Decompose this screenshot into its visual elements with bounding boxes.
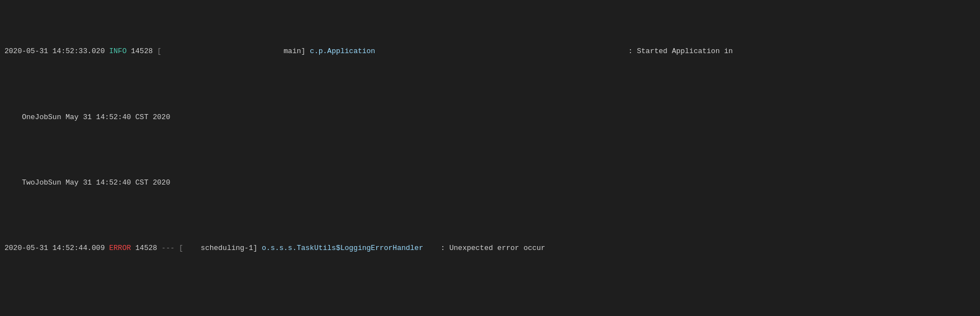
pid-error: 14528 <box>135 243 162 254</box>
message: Started Application in <box>637 46 733 57</box>
timestamp-error: 2020-05-31 14:52:44.009 <box>4 243 109 254</box>
separator-error: --- [ <box>162 243 188 254</box>
timestamp: 2020-05-31 14:52:33.020 <box>4 46 109 57</box>
colon: : <box>624 46 637 57</box>
log-line-twojobsun: TwoJobSun May 31 14:52:40 CST 2020 <box>4 166 976 199</box>
msg-separator <box>375 46 624 57</box>
bracket: [ <box>157 46 166 57</box>
empty-line-1 <box>4 298 976 309</box>
log-line-onejobsun1: OneJobSun May 31 14:52:40 CST 2020 <box>4 101 976 134</box>
log-level-info: INFO <box>109 46 131 57</box>
thread-error: scheduling-1] <box>188 243 262 254</box>
logger-error: o.s.s.s.TaskUtils$LoggingErrorHandler <box>262 243 423 254</box>
log-container: 2020-05-31 14:52:33.020 INFO 14528 [ mai… <box>0 0 980 316</box>
logger: c.p.Application <box>310 46 375 57</box>
log-line-info: 2020-05-31 14:52:33.020 INFO 14528 [ mai… <box>4 46 976 57</box>
thread: main] <box>166 46 310 57</box>
log-line-error: 2020-05-31 14:52:44.009 ERROR 14528 --- … <box>4 243 976 254</box>
colon-error: : <box>423 243 449 254</box>
message-error: Unexpected error occur <box>449 243 546 254</box>
pid: 14528 <box>131 46 157 57</box>
log-level-error: ERROR <box>109 243 135 254</box>
